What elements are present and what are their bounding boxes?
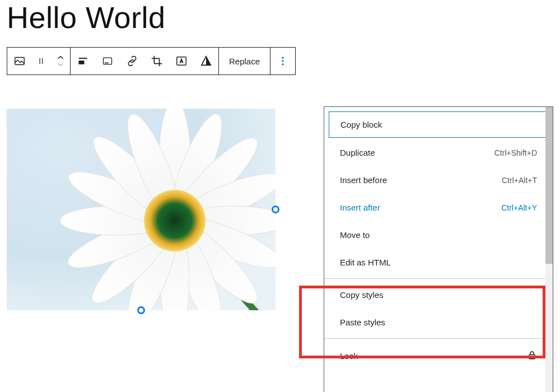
menu-item-insert-before[interactable]: Insert before Ctrl+Alt+T [329,167,548,193]
toolbar-group-format [71,47,219,75]
drag-handle-icon[interactable] [32,48,51,74]
menu-item-label: Insert after [340,203,380,212]
menu-item-label: Edit as HTML [340,258,391,267]
text-overlay-button[interactable] [169,48,194,74]
menu-item-paste-styles[interactable]: Paste styles [329,310,548,335]
menu-item-insert-after[interactable]: Insert after Ctrl+Alt+Y [329,195,548,220]
menu-item-label: Lock [340,351,358,361]
menu-item-copy-block[interactable]: Copy block [329,111,548,138]
menu-item-label: Duplicate [340,148,375,157]
svg-point-4 [39,62,40,63]
image-block[interactable] [7,109,276,310]
caption-button[interactable] [95,48,120,74]
svg-rect-8 [79,58,87,59]
menu-scrollbar[interactable] [545,107,553,392]
replace-button[interactable]: Replace [219,48,270,74]
menu-item-label: Paste styles [340,318,385,327]
align-button[interactable] [71,48,95,74]
svg-point-33 [144,190,206,251]
svg-point-13 [282,60,283,62]
svg-rect-9 [79,60,85,64]
menu-separator [324,278,553,279]
duotone-button[interactable] [194,48,218,74]
menu-item-label: Move to [340,230,370,240]
svg-point-7 [42,62,43,63]
lock-icon [527,350,537,362]
image-content [7,109,276,310]
block-options-menu: Copy block Duplicate Ctrl+Shift+D Insert… [324,106,553,392]
menu-item-label: Copy block [340,120,382,129]
menu-separator [324,338,553,339]
menu-item-edit-html[interactable]: Edit as HTML [329,250,548,275]
move-up-down[interactable] [51,48,70,74]
svg-point-14 [282,63,283,65]
crop-button[interactable] [144,48,169,74]
link-button[interactable] [120,48,144,74]
menu-item-shortcut: Ctrl+Shift+D [494,148,537,157]
svg-point-6 [42,60,43,62]
resize-handle-right[interactable] [272,206,279,213]
image-block-icon[interactable] [7,48,32,74]
menu-item-copy-styles[interactable]: Copy styles [329,282,548,307]
block-toolbar: Replace [7,47,560,75]
resize-handle-bottom[interactable] [137,306,145,314]
svg-rect-34 [529,354,535,359]
svg-point-12 [282,57,283,59]
svg-point-5 [42,58,43,59]
menu-item-duplicate[interactable]: Duplicate Ctrl+Shift+D [329,140,548,165]
more-options-button[interactable] [270,48,295,74]
menu-item-move-to[interactable]: Move to [329,222,548,248]
menu-item-label: Insert before [340,175,387,185]
menu-item-shortcut: Ctrl+Alt+T [502,176,537,185]
scrollbar-thumb[interactable] [545,107,553,264]
menu-item-shortcut: Ctrl+Alt+Y [501,203,537,212]
menu-item-lock[interactable]: Lock [329,342,548,370]
menu-item-label: Copy styles [340,290,384,300]
svg-point-2 [39,58,40,59]
page-title[interactable]: Hello World [0,0,560,35]
toolbar-group-more [270,47,296,75]
toolbar-group-replace: Replace [219,47,270,75]
toolbar-group-block [7,47,71,75]
svg-point-3 [39,60,40,62]
